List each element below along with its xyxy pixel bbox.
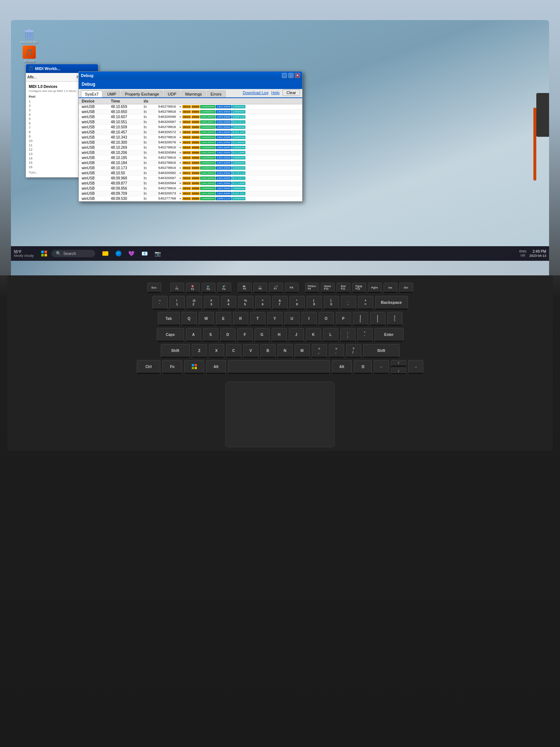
- key-z[interactable]: Z: [192, 344, 207, 358]
- tab-sysex7[interactable]: SysEx7: [81, 90, 102, 97]
- key-backtick[interactable]: ~`: [152, 296, 168, 310]
- taskbar-start-button[interactable]: [38, 248, 50, 259]
- taskbar-app-mail[interactable]: 📧: [139, 248, 151, 259]
- key-7[interactable]: &7: [272, 296, 288, 310]
- key-r[interactable]: R: [233, 312, 248, 326]
- taskbar-app-teams[interactable]: 💜: [126, 248, 137, 259]
- key-f1[interactable]: ☼F1: [170, 283, 184, 293]
- key-minus[interactable]: _-: [341, 296, 356, 310]
- key-windows[interactable]: [184, 360, 204, 374]
- taskbar-search[interactable]: 🔍 Search: [51, 250, 95, 257]
- tab-errors[interactable]: Errors: [207, 90, 226, 97]
- key-x[interactable]: X: [209, 344, 224, 358]
- key-e[interactable]: E: [216, 312, 231, 326]
- key-f12[interactable]: PgUpF12: [352, 283, 366, 293]
- minimize-button[interactable]: _: [282, 73, 287, 78]
- key-backslash[interactable]: |\: [387, 312, 402, 326]
- key-f3[interactable]: 🔉F3: [202, 283, 215, 293]
- close-button[interactable]: ✕: [295, 73, 300, 78]
- key-f5[interactable]: ⏮F5: [238, 283, 252, 293]
- key-b[interactable]: B: [260, 344, 276, 358]
- key-f4[interactable]: 🔊F4: [217, 283, 231, 293]
- help-button[interactable]: Help: [271, 90, 280, 95]
- tab-property-exchange[interactable]: Property Exchange: [121, 90, 163, 97]
- key-i[interactable]: I: [302, 312, 317, 326]
- key-alt-left[interactable]: Alt: [206, 360, 226, 374]
- key-w[interactable]: W: [199, 312, 214, 326]
- key-shift-left[interactable]: Shift: [161, 344, 190, 358]
- key-arrow-up[interactable]: ↑: [391, 360, 406, 367]
- key-q[interactable]: Q: [182, 312, 197, 326]
- key-g[interactable]: G: [254, 328, 270, 342]
- key-p[interactable]: P: [336, 312, 351, 326]
- key-n[interactable]: N: [277, 344, 293, 358]
- key-h[interactable]: H: [272, 328, 287, 342]
- key-s[interactable]: S: [203, 328, 218, 342]
- key-a[interactable]: A: [186, 328, 201, 342]
- taskbar-app-edge[interactable]: [113, 248, 124, 259]
- key-del[interactable]: Del: [399, 283, 413, 293]
- key-d[interactable]: D: [220, 328, 236, 342]
- key-u[interactable]: U: [284, 312, 300, 326]
- key-shift-right[interactable]: Shift: [363, 344, 400, 358]
- maximize-button[interactable]: □: [288, 73, 293, 78]
- taskbar-app-extra[interactable]: 📷: [152, 248, 164, 259]
- key-j[interactable]: J: [289, 328, 304, 342]
- key-pgdn[interactable]: PgDn: [368, 283, 382, 293]
- key-f8[interactable]: F8: [285, 283, 299, 293]
- key-6[interactable]: ^6: [255, 296, 271, 310]
- key-period[interactable]: >.: [329, 344, 344, 358]
- key-semicolon[interactable]: :;: [340, 328, 355, 342]
- key-2[interactable]: @2: [187, 296, 202, 310]
- key-o[interactable]: O: [319, 312, 334, 326]
- key-9[interactable]: (9: [307, 296, 322, 310]
- key-y[interactable]: Y: [267, 312, 283, 326]
- key-c[interactable]: C: [226, 344, 241, 358]
- key-4[interactable]: $4: [221, 296, 236, 310]
- key-1[interactable]: !1: [170, 296, 185, 310]
- key-f10[interactable]: HomeF10: [321, 283, 335, 293]
- key-f6[interactable]: ☼-F6: [253, 283, 267, 293]
- key-l[interactable]: L: [323, 328, 338, 342]
- key-3[interactable]: #3: [204, 296, 219, 310]
- key-t[interactable]: T: [250, 312, 265, 326]
- desktop-icon-2[interactable]: 🎵 JDView: [18, 46, 40, 63]
- debug-window[interactable]: Debug _ □ ✕ Debug SysEx7 UMP: [78, 71, 303, 202]
- key-backspace[interactable]: Backspace: [375, 296, 408, 310]
- tab-udp[interactable]: UDP: [164, 90, 180, 97]
- midi-toolbar-item[interactable]: Affe...: [27, 75, 37, 79]
- key-f9[interactable]: PrtScnF9: [305, 283, 319, 293]
- key-caps[interactable]: Caps: [157, 328, 184, 342]
- key-alt-right[interactable]: Alt: [332, 360, 352, 374]
- key-fn[interactable]: Fn: [162, 360, 182, 374]
- key-arrow-down[interactable]: ↓: [391, 368, 406, 374]
- key-f[interactable]: F: [237, 328, 253, 342]
- key-space[interactable]: [228, 360, 330, 374]
- trackpad[interactable]: [225, 382, 335, 447]
- key-comma[interactable]: <,: [312, 344, 327, 358]
- key-arrow-left[interactable]: ←: [374, 360, 389, 374]
- key-8[interactable]: *8: [289, 296, 305, 310]
- key-f7[interactable]: ☼+F7: [269, 283, 283, 293]
- key-lbracket[interactable]: {[: [353, 312, 368, 326]
- key-slash[interactable]: ?/: [346, 344, 361, 358]
- key-tab[interactable]: Tab: [158, 312, 180, 326]
- key-equals[interactable]: +=: [358, 296, 373, 310]
- key-ctrl[interactable]: Ctrl: [137, 360, 160, 374]
- tab-warnings[interactable]: Warnings: [181, 90, 206, 97]
- key-menu[interactable]: ☰: [354, 360, 372, 374]
- key-enter[interactable]: Enter: [374, 328, 404, 342]
- key-ins[interactable]: Ins: [384, 283, 397, 293]
- key-quote[interactable]: "': [357, 328, 373, 342]
- key-esc[interactable]: Esc: [147, 283, 161, 293]
- key-rbracket[interactable]: }]: [370, 312, 385, 326]
- download-log-button[interactable]: Download Log: [243, 90, 268, 95]
- key-f11[interactable]: EndF11: [337, 283, 350, 293]
- key-m[interactable]: M: [295, 344, 310, 358]
- clear-button[interactable]: Clear: [283, 89, 300, 96]
- key-0[interactable]: )0: [324, 296, 339, 310]
- key-v[interactable]: V: [243, 344, 258, 358]
- recycle-bin-icon[interactable]: Recycle Bin: [18, 27, 40, 44]
- tab-ump[interactable]: UMP: [103, 90, 120, 97]
- taskbar-app-explorer[interactable]: [100, 248, 111, 259]
